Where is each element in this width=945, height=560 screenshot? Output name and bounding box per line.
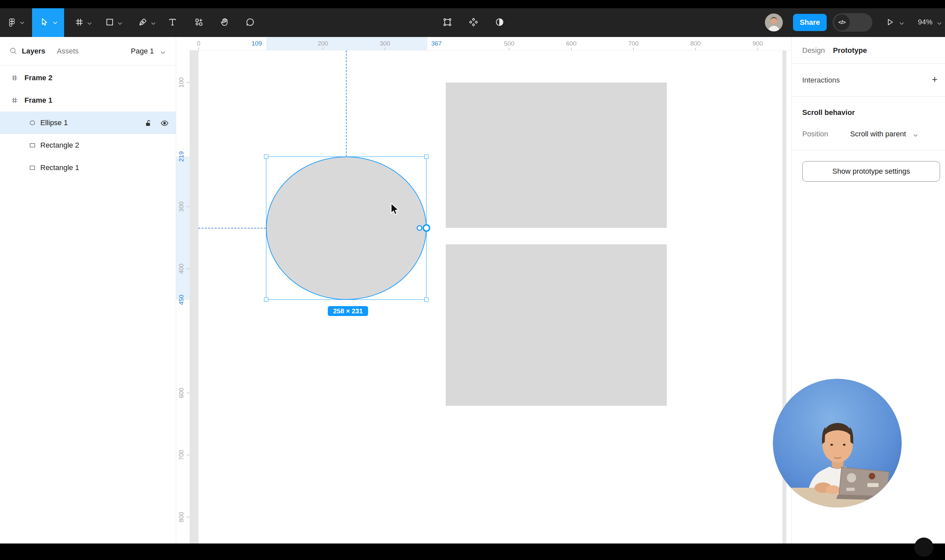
add-interaction-button[interactable]: +	[932, 74, 938, 85]
tab-assets[interactable]: Assets	[57, 47, 79, 55]
rectangle-1-shape[interactable]	[446, 245, 667, 406]
layer-name: Frame 1	[25, 96, 52, 105]
ruler-tick-label: 100	[178, 77, 185, 88]
page-selector[interactable]: Page 1	[131, 47, 154, 55]
arc-handle[interactable]	[417, 225, 422, 231]
mouse-cursor-icon	[387, 202, 401, 218]
use-as-mask-button[interactable]	[492, 8, 507, 37]
edit-object-button[interactable]	[440, 8, 455, 37]
chevron-down-icon[interactable]	[937, 20, 942, 24]
chevron-down-icon[interactable]	[53, 20, 57, 26]
ruler-tick-label: 800	[178, 512, 185, 522]
ruler-selection-highlight	[266, 37, 427, 50]
resize-handle-sw[interactable]	[264, 297, 268, 302]
resize-handle-se[interactable]	[424, 297, 429, 302]
webcam-overlay[interactable]	[773, 379, 902, 508]
layer-row-ellipse-1[interactable]: Ellipse 1	[0, 112, 176, 134]
frame-icon	[11, 97, 18, 106]
layer-row-frame-1[interactable]: Frame 1	[0, 89, 176, 112]
rectangle-icon	[28, 164, 36, 173]
divider	[792, 63, 945, 64]
ruler-tick-label: 219	[178, 151, 185, 162]
dev-mode-icon: </>	[834, 14, 850, 30]
layer-name: Rectangle 1	[40, 163, 79, 172]
size-badge: 258 × 231	[328, 306, 368, 316]
comment-tool-button[interactable]	[243, 8, 257, 37]
ruler-tick-label: 109	[251, 40, 262, 47]
chevron-down-icon[interactable]	[87, 20, 92, 24]
ruler-guide-horizontal	[198, 228, 266, 229]
layer-name: Frame 2	[25, 74, 52, 82]
ellipse-icon	[28, 119, 36, 128]
edit-object-icon	[442, 17, 452, 28]
position-dropdown[interactable]: Scroll with parent	[850, 130, 906, 138]
ruler-tick-label: 450	[178, 294, 185, 305]
frame-tool-icon	[74, 17, 84, 28]
hand-tool-icon	[220, 17, 230, 28]
chevron-down-icon[interactable]	[118, 20, 122, 24]
share-button[interactable]: Share	[793, 14, 827, 31]
shape-tool-button[interactable]	[102, 8, 117, 37]
rectangle-2-shape[interactable]	[446, 83, 667, 228]
resize-handle-nw[interactable]	[264, 155, 268, 159]
ruler-tick-label: 300	[380, 40, 390, 47]
mask-icon	[495, 17, 504, 28]
create-component-button[interactable]	[466, 8, 481, 37]
text-tool-button[interactable]	[165, 8, 180, 37]
ruler-tick-label: 500	[504, 40, 515, 47]
interactions-label: Interactions	[802, 76, 840, 85]
canvas[interactable]: 258 × 231 0 109 200 300 367 500 600 700 …	[176, 37, 791, 543]
play-icon	[885, 17, 894, 28]
letterbox-bottom	[0, 543, 945, 560]
ruler-tick-label: 900	[752, 40, 763, 47]
pen-tool-icon	[138, 17, 148, 28]
chevron-down-icon[interactable]	[160, 49, 165, 55]
ruler-tick-label: 800	[690, 40, 701, 47]
ruler-tick-label: 600	[566, 40, 577, 47]
ruler-tick-label: 600	[178, 388, 185, 398]
tab-layers[interactable]: Layers	[22, 47, 45, 55]
ruler-tick-label: 0	[197, 40, 200, 47]
layer-row-rectangle-2[interactable]: Rectangle 2	[0, 134, 176, 157]
ruler-tick-label: 300	[178, 202, 185, 212]
frame-icon	[11, 74, 18, 83]
overlay-button[interactable]	[914, 537, 933, 557]
pen-tool-button[interactable]	[136, 8, 150, 37]
move-cursor-icon	[39, 17, 49, 28]
ruler-vertical[interactable]: 100 219 300 400 450 600 700 800	[176, 37, 190, 543]
position-label: Position	[802, 130, 828, 138]
avatar[interactable]	[765, 14, 783, 31]
letterbox-top	[0, 0, 945, 8]
eye-icon[interactable]	[160, 119, 169, 129]
move-tool-button[interactable]	[32, 8, 64, 37]
text-tool-icon	[168, 17, 177, 28]
main-menu-button[interactable]	[3, 8, 29, 37]
layer-row-rectangle-1[interactable]: Rectangle 1	[0, 157, 176, 179]
tab-prototype[interactable]: Prototype	[833, 46, 867, 55]
tab-design[interactable]: Design	[802, 46, 825, 55]
layer-row-frame-2[interactable]: Frame 2	[0, 67, 176, 89]
ruler-selection-highlight	[176, 157, 190, 300]
dev-mode-toggle[interactable]: </>	[832, 13, 872, 32]
component-icon	[469, 17, 478, 28]
figma-app: Share </> 94%	[0, 0, 945, 560]
actions-tool-button[interactable]	[192, 8, 206, 37]
zoom-level[interactable]: 94%	[914, 18, 936, 26]
chevron-down-icon[interactable]	[899, 20, 904, 24]
present-button[interactable]	[883, 8, 897, 37]
unlock-icon[interactable]	[144, 119, 153, 129]
hand-tool-button[interactable]	[217, 8, 232, 37]
search-icon[interactable]	[9, 46, 18, 57]
rectangle-tool-icon	[105, 17, 115, 28]
show-prototype-settings-button[interactable]: Show prototype settings	[802, 161, 940, 182]
chevron-down-icon[interactable]	[913, 132, 918, 138]
resize-handle-ne[interactable]	[424, 155, 429, 159]
chevron-down-icon	[20, 20, 25, 26]
ruler-guide-vertical	[346, 51, 347, 157]
resize-handle-e[interactable]	[422, 224, 430, 232]
comment-tool-icon	[245, 17, 255, 28]
divider	[792, 150, 945, 150]
ruler-horizontal[interactable]: 0 109 200 300 367 500 600 700 800 900	[176, 37, 791, 51]
chevron-down-icon[interactable]	[151, 20, 156, 24]
frame-tool-button[interactable]	[72, 8, 86, 37]
